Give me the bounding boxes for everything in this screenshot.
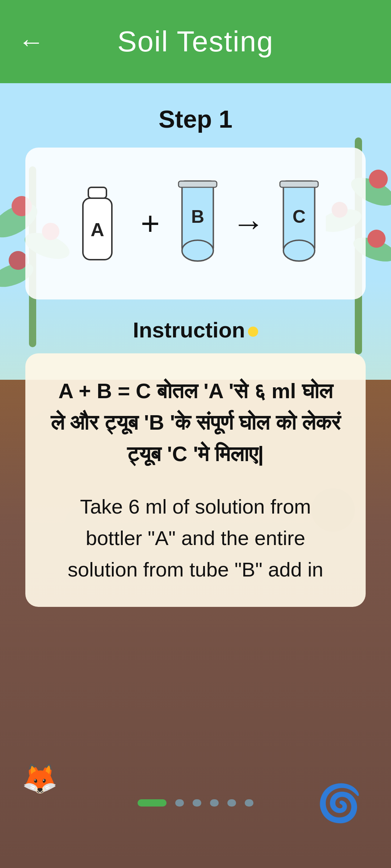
hindi-instruction: A + B = C बोतल 'A 'से ६ ml घोल ले और ट्य… [51, 375, 340, 469]
svg-text:C: C [293, 207, 306, 227]
instruction-card: A + B = C बोतल 'A 'से ६ ml घोल ले और ट्य… [25, 353, 366, 607]
illustration-card: A + B → C [25, 148, 366, 299]
english-instruction: Take 6 ml of solution from bottler "A" a… [51, 491, 340, 585]
svg-rect-14 [88, 187, 106, 198]
arrow-sign: → [232, 207, 265, 240]
pagination-dot-1[interactable] [138, 799, 167, 807]
svg-point-18 [182, 240, 214, 261]
app-header: ← Soil Testing [0, 0, 391, 83]
yellow-dot-decoration [248, 327, 258, 337]
pagination-dots [0, 799, 391, 807]
svg-rect-19 [178, 181, 217, 187]
svg-rect-23 [280, 181, 318, 187]
step-label: Step 1 [159, 105, 232, 133]
pagination-dot-6[interactable] [245, 799, 253, 807]
tube-c: C [276, 178, 323, 269]
pagination-dot-4[interactable] [210, 799, 219, 807]
page-title: Soil Testing [117, 25, 274, 58]
svg-point-22 [283, 240, 315, 261]
back-button[interactable]: ← [18, 27, 44, 56]
pagination-dot-5[interactable] [227, 799, 236, 807]
svg-text:B: B [191, 207, 204, 227]
main-content: Step 1 A + B → [0, 83, 391, 607]
plus-sign: + [141, 207, 160, 240]
pagination-dot-3[interactable] [193, 799, 201, 807]
tube-b: B [174, 178, 221, 269]
svg-text:A: A [91, 219, 104, 240]
instruction-label: Instruction [133, 318, 258, 342]
animal-decoration: 🦊 [22, 762, 58, 796]
bottle-a: A [68, 184, 126, 263]
pagination-dot-2[interactable] [175, 799, 184, 807]
